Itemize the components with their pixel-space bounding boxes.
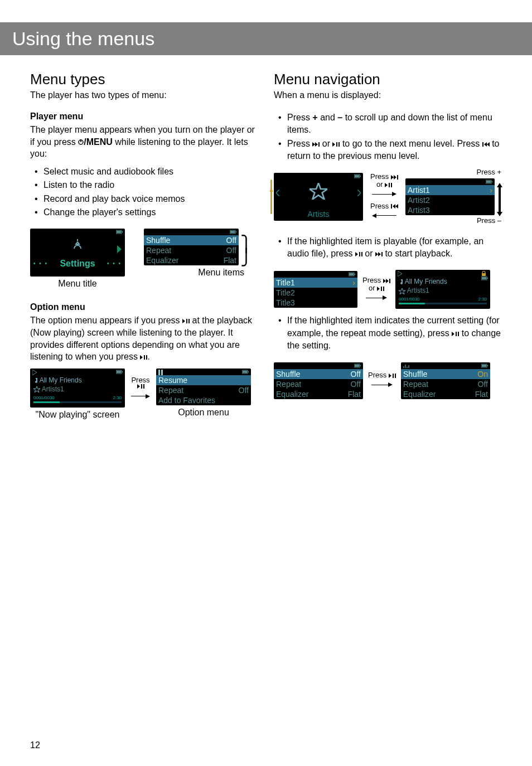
list-item: Change the player's settings (30, 206, 258, 219)
play-pause-icon (452, 332, 459, 336)
star-icon (399, 288, 405, 294)
heading-player-menu: Player menu (30, 111, 258, 122)
page-number: 12 (30, 740, 40, 750)
list-item: Listen to the radio (30, 179, 258, 191)
star-icon (309, 183, 327, 200)
caption-menu-items: Menu items (144, 268, 244, 278)
chevron-left-icon (276, 190, 279, 196)
press-minus-label: Press – (477, 217, 501, 225)
press-label: Press (370, 173, 398, 181)
play-pause-icon (385, 183, 392, 187)
menu-item: ShuffleOff (144, 235, 239, 245)
menu-item: RepeatOff (401, 379, 490, 389)
next-icon (312, 142, 320, 147)
menu-item: Add to Favorites (156, 395, 251, 405)
menu-item: EqualizerFlat (274, 389, 363, 399)
note-icon (33, 378, 38, 384)
list-item: Title1› (274, 278, 357, 288)
menu-item: RepeatOff (156, 385, 251, 395)
list-item: Artist2 (405, 195, 495, 205)
star-icon (33, 386, 40, 392)
now-playing-screen: All My Friends Artists1 0001/00302:30 (395, 270, 490, 309)
battery-icon (242, 370, 249, 374)
next-icon (383, 279, 390, 283)
list-item: Artist1› (405, 185, 495, 195)
list-item: Artist3 (405, 205, 495, 215)
menu-items-screen: ShuffleOff RepeatOff EqualizerFlat (144, 229, 239, 265)
settings-list-screen-after: ShuffleOn RepeatOff EqualizerFlat (401, 362, 490, 399)
menu-item: Resume (156, 375, 251, 385)
press-label: Press (368, 371, 396, 379)
player-menu-bullets: Select music and audiobook files Listen … (30, 166, 258, 219)
eq-icon (403, 363, 410, 368)
menu-item: EqualizerFlat (401, 389, 490, 399)
battery-icon (116, 370, 123, 374)
now-playing-screen: All My Friends Artists1 0001/00302:30 (30, 369, 125, 408)
heading-menu-types: Menu types (30, 71, 258, 88)
menu-item: ShuffleOn (401, 369, 490, 379)
press-label: Press (131, 376, 149, 384)
list-item: Title3 (274, 298, 357, 308)
battery-icon (354, 174, 361, 178)
battery-icon (116, 230, 123, 234)
battery-icon (481, 276, 488, 280)
press-label: or (376, 181, 392, 188)
next-icon (391, 175, 398, 180)
list-item: Title2 (274, 288, 357, 298)
press-plus-label: Press + (477, 168, 501, 176)
page-title-bar: Using the menus (0, 22, 532, 55)
play-pause-icon (137, 384, 144, 389)
press-label: Press (362, 277, 390, 284)
heading-option-menu: Option menu (30, 302, 258, 312)
press-label: or (369, 284, 384, 292)
settings-icon (71, 239, 84, 251)
heading-menu-nav: Menu navigation (274, 71, 502, 88)
caption-now-playing: "Now playing" screen (30, 410, 125, 420)
play-icon (32, 370, 37, 375)
menu-item: RepeatOff (144, 245, 239, 255)
prev-icon (391, 204, 398, 209)
menu-item: RepeatOff (274, 379, 363, 389)
battery-icon (486, 180, 492, 184)
power-icon (78, 139, 84, 145)
press-label: Press (370, 202, 398, 210)
list-item: If the highlighted item indicates the cu… (274, 314, 502, 352)
lock-icon (481, 271, 486, 276)
updown-arrow-icon (496, 183, 504, 216)
subtext-menu-nav: When a menu is displayed: (274, 90, 502, 100)
battery-icon (230, 230, 236, 234)
caption-option-menu: Option menu (156, 408, 251, 418)
list-item: If the highlighted item is playable (for… (274, 235, 502, 260)
play-pause-icon (377, 287, 384, 291)
play-pause-icon (332, 142, 340, 147)
settings-screen: Settings • • • • • • (30, 229, 125, 277)
battery-icon (354, 363, 361, 368)
next-icon (375, 252, 383, 256)
player-menu-intro: The player menu appears when you turn on… (30, 124, 258, 160)
prev-icon (482, 142, 490, 147)
play-pause-icon (389, 374, 396, 378)
subtext-menu-types: The player has two types of menu: (30, 90, 258, 100)
settings-list-screen: ShuffleOff RepeatOff EqualizerFlat (274, 362, 363, 399)
title-list-screen: Title1› Title2 Title3 (274, 271, 357, 308)
page-title: Using the menus (12, 28, 154, 49)
list-item: Press or to go to the next menu level. P… (274, 138, 502, 163)
nav-bullets-1: Press + and – to scroll up and down the … (274, 111, 502, 163)
menu-item: ShuffleOff (274, 369, 363, 379)
chevron-right-icon (357, 190, 361, 196)
caption-menu-title: Menu title (30, 279, 125, 289)
play-pause-icon (355, 252, 362, 256)
list-item: Select music and audiobook files (30, 166, 258, 178)
chevron-right-icon (117, 245, 122, 253)
option-menu-screen: Resume RepeatOff Add to Favorites (156, 369, 251, 405)
play-pause-icon (182, 319, 190, 323)
play-pause-icon (140, 355, 147, 360)
play-icon (398, 271, 402, 277)
artist-list-screen: Artist1› Artist2 Artist3 (405, 178, 495, 215)
menu-item: EqualizerFlat (144, 255, 239, 265)
brace-icon: ⎭ (240, 250, 252, 265)
artists-menu-screen: Artists (274, 173, 363, 221)
pause-icon (158, 370, 163, 375)
option-menu-intro: The option menu appears if you press at … (30, 314, 258, 362)
list-item: Record and play back voice memos (30, 193, 258, 205)
